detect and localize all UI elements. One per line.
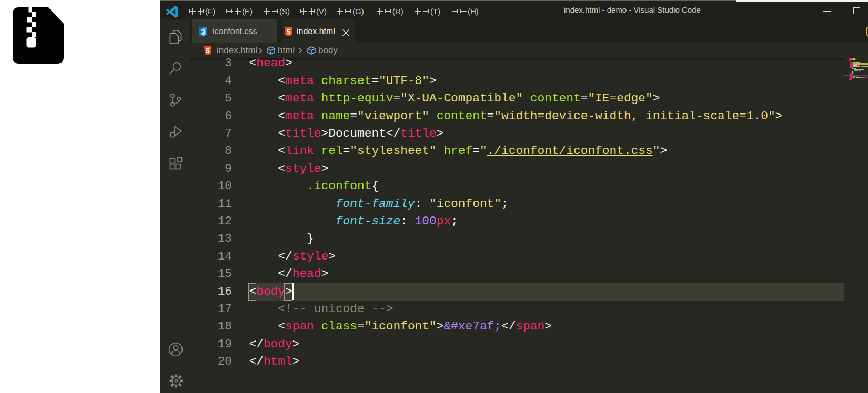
svg-text:5: 5 xyxy=(287,28,290,36)
svg-text:3: 3 xyxy=(201,28,205,36)
svg-text:5: 5 xyxy=(206,47,210,55)
